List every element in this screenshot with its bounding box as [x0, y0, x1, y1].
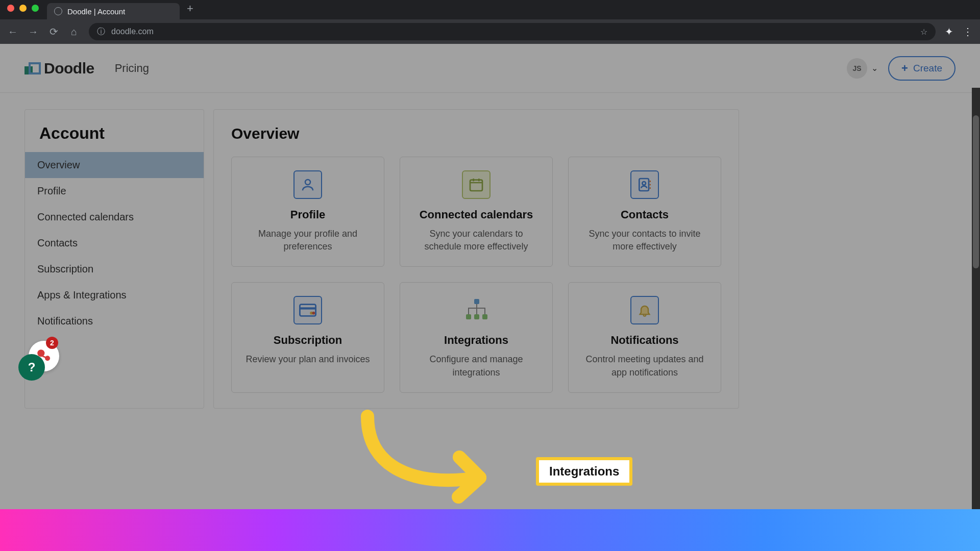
new-tab-button[interactable]: +: [187, 2, 193, 15]
address-bar[interactable]: ⓘ doodle.com ☆: [89, 23, 936, 40]
browser-tab[interactable]: Doodle | Account: [47, 3, 180, 19]
site-info-icon[interactable]: ⓘ: [97, 27, 105, 37]
svg-rect-10: [474, 314, 479, 319]
card-title: Subscription: [274, 334, 342, 347]
reload-icon[interactable]: ⟳: [48, 26, 59, 38]
sidebar-title: Account: [25, 124, 204, 152]
card-title: Notifications: [610, 334, 678, 347]
window-controls[interactable]: [7, 5, 39, 12]
card-subscription[interactable]: Subscription Review your plan and invoic…: [231, 282, 384, 392]
back-icon[interactable]: ←: [7, 26, 18, 38]
svg-rect-8: [474, 299, 479, 304]
card-notifications[interactable]: Notifications Control meeting updates an…: [568, 282, 721, 392]
tutorial-arrow-icon: [352, 406, 516, 508]
card-desc: Sync your calendars to schedule more eff…: [411, 228, 541, 253]
close-window-icon[interactable]: [7, 5, 14, 12]
svg-point-7: [312, 312, 315, 315]
sidebar-item-subscription[interactable]: Subscription: [25, 256, 204, 282]
bell-icon: [630, 296, 659, 324]
plus-icon: +: [901, 62, 908, 75]
page-title: Overview: [231, 125, 721, 142]
svg-rect-1: [470, 180, 482, 191]
browser-window: Doodle | Account + ← → ⟳ ⌂ ⓘ doodle.com …: [0, 0, 980, 551]
browser-toolbar: ← → ⟳ ⌂ ⓘ doodle.com ☆ ✦ ⋮: [0, 19, 980, 44]
scrollbar-thumb[interactable]: [973, 115, 979, 268]
profile-icon: [293, 170, 322, 199]
user-menu[interactable]: JS ⌄: [847, 58, 878, 79]
svg-rect-11: [482, 314, 487, 319]
content-area: Account Overview Profile Connected calen…: [0, 93, 980, 409]
sidebar-item-notifications[interactable]: Notifications: [25, 308, 204, 334]
card-connected-calendars[interactable]: Connected calendars Sync your calendars …: [400, 157, 553, 267]
svg-rect-5: [300, 308, 315, 310]
url-text: doodle.com: [111, 27, 154, 36]
svg-point-3: [642, 182, 646, 185]
overview-panel: Overview Profile Manage your profile and…: [213, 109, 739, 409]
sidebar-item-profile[interactable]: Profile: [25, 178, 204, 204]
tutorial-highlight-integrations: Integrations: [536, 457, 632, 486]
browser-menu-icon[interactable]: ⋮: [963, 26, 973, 38]
create-button[interactable]: + Create: [888, 56, 955, 81]
card-profile[interactable]: Profile Manage your profile and preferen…: [231, 157, 384, 267]
avatar: JS: [847, 58, 867, 79]
card-title: Profile: [290, 208, 325, 221]
card-desc: Manage your profile and preferences: [243, 228, 373, 253]
nav-pricing[interactable]: Pricing: [115, 62, 149, 75]
card-desc: Configure and manage integrations: [411, 353, 541, 379]
help-button[interactable]: ?: [18, 354, 45, 381]
home-icon[interactable]: ⌂: [68, 26, 80, 38]
create-label: Create: [913, 63, 942, 74]
brand-name: Doodle: [44, 60, 94, 77]
globe-icon: [54, 7, 62, 15]
browser-tabbar: Doodle | Account +: [0, 0, 980, 19]
sidebar-item-contacts[interactable]: Contacts: [25, 230, 204, 256]
help-widget[interactable]: 2 ?: [18, 354, 45, 381]
page-viewport: Doodle Pricing JS ⌄ + Create Account: [0, 44, 980, 551]
maximize-window-icon[interactable]: [32, 5, 39, 12]
card-integrations[interactable]: Integrations Configure and manage integr…: [400, 282, 553, 392]
sidebar-item-connected-calendars[interactable]: Connected calendars: [25, 204, 204, 230]
minimize-window-icon[interactable]: [19, 5, 27, 12]
card-contacts[interactable]: Contacts Sync your contacts to invite mo…: [568, 157, 721, 267]
card-desc: Control meeting updates and app notifica…: [580, 353, 709, 379]
chevron-down-icon: ⌄: [871, 63, 878, 73]
card-title: Integrations: [444, 334, 508, 347]
calendar-icon: [462, 170, 491, 199]
sidebar-item-overview[interactable]: Overview: [25, 152, 204, 178]
credit-card-icon: [293, 296, 322, 324]
cards-grid: Profile Manage your profile and preferen…: [231, 157, 721, 393]
contacts-icon: [630, 170, 659, 199]
card-title: Contacts: [621, 208, 669, 221]
notification-badge: 2: [46, 337, 58, 349]
brand-logo[interactable]: Doodle: [24, 60, 94, 77]
footer-gradient-bar: [0, 509, 980, 551]
forward-icon[interactable]: →: [28, 26, 39, 38]
svg-point-0: [305, 180, 310, 185]
app-header: Doodle Pricing JS ⌄ + Create: [0, 44, 980, 93]
svg-point-13: [45, 356, 50, 361]
extensions-icon[interactable]: ✦: [945, 26, 953, 38]
sidebar-item-apps-integrations[interactable]: Apps & Integrations: [25, 282, 204, 308]
card-title: Connected calendars: [420, 208, 533, 221]
integrations-icon: [462, 296, 491, 324]
tab-title: Doodle | Account: [67, 7, 125, 16]
card-desc: Review your plan and invoices: [246, 353, 370, 366]
logo-icon: [24, 62, 39, 74]
card-desc: Sync your contacts to invite more effect…: [580, 228, 709, 253]
bookmark-icon[interactable]: ☆: [920, 27, 927, 37]
svg-rect-9: [466, 314, 471, 319]
